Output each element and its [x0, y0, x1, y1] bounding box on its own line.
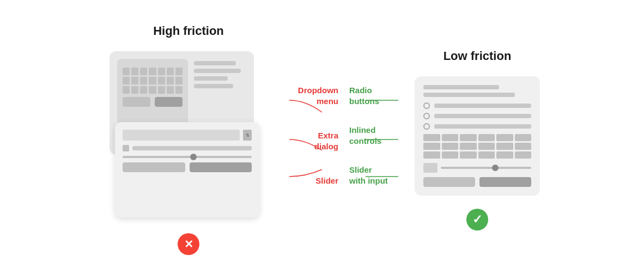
lf-slider-track [441, 167, 531, 169]
lf-radio-circle-2 [423, 113, 430, 119]
lf-radio-2 [423, 113, 531, 119]
lf-btn2 [479, 177, 531, 187]
hf-back-bars [194, 61, 246, 92]
high-friction-icon: ✕ [178, 233, 199, 255]
lf-input-box [423, 163, 438, 173]
low-friction-section: Low friction [415, 49, 540, 231]
label-slider: Slider [315, 175, 338, 186]
hf-dropdown-row: ⇅ [123, 130, 252, 141]
label-dropdown: Dropdownmenu [298, 85, 338, 106]
lf-radio-circle-1 [423, 102, 430, 109]
label-radio-text: Radiobuttons [349, 86, 379, 106]
lf-inline-controls [423, 134, 531, 159]
lf-btn1 [423, 177, 475, 187]
hf-dropdown-arrow: ⇅ [243, 130, 252, 141]
label-extra-dialog: Extradialog [314, 130, 338, 151]
high-friction-mockup: ⇅ [104, 51, 273, 220]
middle-labels: Dropdownmenu Extradialog Slider Radiobut… [289, 85, 398, 210]
lf-radio-circle-3 [423, 123, 430, 130]
lf-bar2 [423, 93, 515, 97]
lf-radio-1 [423, 102, 531, 109]
hf-slider-row [123, 156, 252, 158]
lf-radio-3 [423, 123, 531, 130]
lf-radio-bar-2 [434, 114, 531, 118]
label-slider-text: Slider [315, 176, 338, 185]
lf-bar1 [423, 85, 499, 89]
hf-dropdown [123, 130, 240, 141]
label-inlined-text: Inlinedcontrols [349, 125, 381, 145]
high-friction-title: High friction [153, 24, 224, 38]
low-friction-mockup [415, 76, 540, 196]
lf-radio-group [423, 102, 531, 130]
right-labels: Radiobuttons Inlinedcontrols Sliderwith … [349, 85, 388, 186]
hf-slider-thumb [190, 154, 197, 160]
label-inlined: Inlinedcontrols [349, 125, 381, 146]
hf-checkbox-row [123, 145, 252, 151]
hf-checkbox-bar [132, 146, 252, 150]
left-labels: Dropdownmenu Extradialog Slider [298, 85, 338, 186]
lf-slider-input-row [423, 163, 531, 173]
label-slider-input: Sliderwith input [349, 165, 388, 186]
high-friction-section: High friction [104, 24, 273, 255]
label-slider-input-text: Sliderwith input [349, 165, 388, 185]
label-radio: Radiobuttons [349, 85, 379, 106]
lf-button-row [423, 177, 531, 187]
low-friction-icon: ✓ [466, 209, 488, 231]
hf-btn1 [123, 162, 185, 172]
hf-keyboard-overlay [117, 59, 188, 124]
hf-button-row [123, 162, 252, 172]
hf-btn2 [190, 162, 252, 172]
lf-radio-bar-3 [434, 124, 531, 129]
hf-slider-track [123, 156, 252, 158]
main-container: High friction [0, 0, 644, 279]
label-extra-dialog-text: Extradialog [314, 131, 338, 151]
low-friction-title: Low friction [443, 49, 512, 63]
hf-checkbox [123, 145, 129, 151]
hf-front-card: ⇅ [115, 122, 259, 217]
lf-radio-bar-1 [434, 104, 531, 108]
label-dropdown-text: Dropdownmenu [298, 86, 338, 106]
lf-slider-thumb [492, 165, 499, 171]
